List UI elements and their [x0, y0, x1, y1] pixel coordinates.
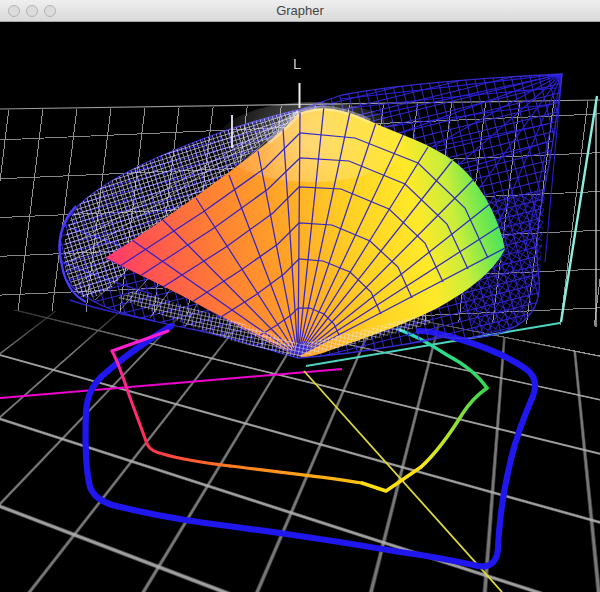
a-axis-line	[0, 369, 342, 398]
b-axis-line	[304, 371, 502, 592]
c-axis-line	[561, 96, 597, 322]
projection-outline-blue	[86, 326, 536, 566]
minimize-button[interactable]	[26, 5, 38, 17]
plot-3d-view: L	[0, 22, 600, 592]
close-button[interactable]	[8, 5, 20, 17]
window-titlebar[interactable]: Grapher	[0, 0, 600, 22]
l-axis-label: L	[293, 55, 301, 72]
plot-canvas[interactable]: L	[0, 22, 600, 592]
grapher-window: Grapher	[0, 0, 600, 592]
window-title: Grapher	[0, 0, 600, 21]
traffic-lights	[8, 5, 56, 17]
zoom-button[interactable]	[44, 5, 56, 17]
